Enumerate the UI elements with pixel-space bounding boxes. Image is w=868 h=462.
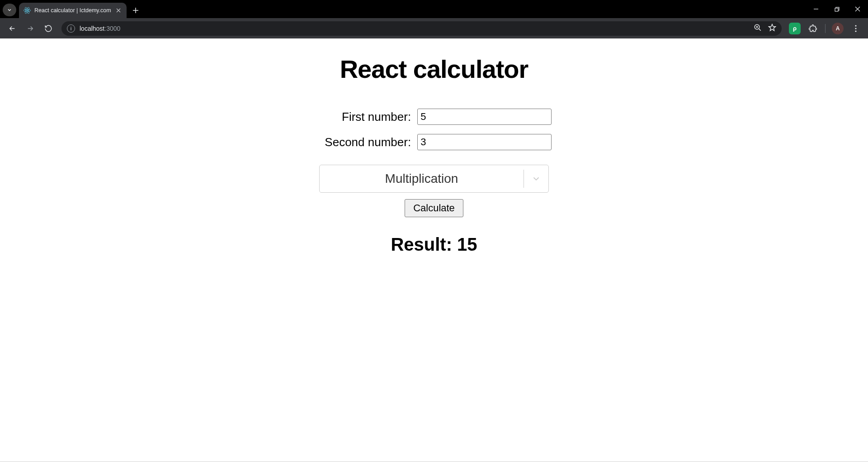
browser-window: React calculator | Ictdemy.com bbox=[0, 0, 868, 462]
calculator-app: React calculator First number: Second nu… bbox=[0, 38, 868, 255]
svg-point-7 bbox=[855, 28, 856, 29]
window-minimize-button[interactable] bbox=[806, 0, 826, 18]
reload-button[interactable] bbox=[41, 21, 56, 36]
window-controls bbox=[806, 0, 868, 18]
second-number-label: Second number: bbox=[316, 135, 411, 149]
url-port: :3000 bbox=[104, 25, 120, 32]
extensions-button[interactable] bbox=[805, 21, 821, 36]
tab-close-button[interactable] bbox=[115, 7, 122, 14]
new-tab-button[interactable] bbox=[129, 4, 142, 17]
calculate-button[interactable]: Calculate bbox=[405, 199, 463, 217]
chrome-menu-button[interactable] bbox=[848, 21, 863, 36]
svg-point-6 bbox=[855, 25, 856, 26]
zoom-icon[interactable] bbox=[754, 24, 762, 33]
titlebar: React calculator | Ictdemy.com bbox=[0, 0, 868, 18]
result-heading: Result: 15 bbox=[391, 234, 477, 255]
url-text: localhost:3000 bbox=[80, 25, 120, 32]
address-bar[interactable]: i localhost:3000 bbox=[61, 21, 782, 36]
site-info-icon[interactable]: i bbox=[67, 24, 75, 33]
extension-green-icon[interactable]: ρ bbox=[787, 21, 802, 36]
operation-selected-value: Multiplication bbox=[320, 171, 524, 186]
browser-toolbar: i localhost:3000 ρ A bbox=[0, 18, 868, 38]
browser-tab[interactable]: React calculator | Ictdemy.com bbox=[19, 3, 127, 18]
chevron-down-icon bbox=[524, 170, 548, 188]
forward-button[interactable] bbox=[23, 21, 38, 36]
tab-search-button[interactable] bbox=[3, 4, 16, 16]
window-maximize-button[interactable] bbox=[826, 0, 847, 18]
result-prefix: Result: bbox=[391, 234, 457, 254]
operation-select[interactable]: Multiplication bbox=[319, 165, 549, 193]
window-close-button[interactable] bbox=[847, 0, 868, 18]
page-viewport: React calculator First number: Second nu… bbox=[0, 38, 868, 462]
react-favicon-icon bbox=[24, 7, 31, 14]
back-button[interactable] bbox=[5, 21, 20, 36]
result-value: 15 bbox=[457, 234, 477, 254]
second-number-row: Second number: bbox=[316, 134, 552, 150]
url-host: localhost bbox=[80, 25, 104, 32]
svg-rect-4 bbox=[835, 8, 838, 11]
tab-title: React calculator | Ictdemy.com bbox=[34, 7, 111, 14]
page-title: React calculator bbox=[340, 54, 528, 84]
svg-point-8 bbox=[855, 30, 856, 32]
profile-button[interactable]: A bbox=[830, 21, 845, 36]
toolbar-divider bbox=[825, 24, 826, 33]
profile-avatar: A bbox=[832, 23, 844, 34]
first-number-label: First number: bbox=[316, 110, 411, 124]
first-number-input[interactable] bbox=[417, 109, 552, 125]
first-number-row: First number: bbox=[316, 109, 552, 125]
second-number-input[interactable] bbox=[417, 134, 552, 150]
svg-point-0 bbox=[27, 10, 28, 11]
bookmark-icon[interactable] bbox=[768, 24, 776, 33]
